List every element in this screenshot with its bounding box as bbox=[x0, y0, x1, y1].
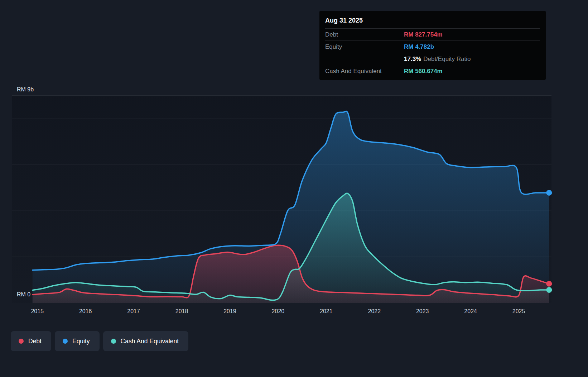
tooltip-ratio-row: 17.3%Debt/Equity Ratio bbox=[325, 53, 540, 65]
legend-item-cash[interactable]: Cash And Equivalent bbox=[103, 331, 188, 351]
tooltip-equity-label: Equity bbox=[325, 43, 404, 51]
tooltip-card: Aug 31 2025 Debt RM 827.754m Equity RM 4… bbox=[319, 11, 546, 80]
legend-label-cash: Cash And Equivalent bbox=[121, 338, 179, 345]
tooltip-cash-label: Cash And Equivalent bbox=[325, 68, 404, 75]
x-axis-label-2018: 2018 bbox=[175, 308, 188, 315]
x-axis-label-2023: 2023 bbox=[416, 308, 429, 315]
equity-legend-dot-icon bbox=[63, 339, 68, 344]
debt-legend-dot-icon bbox=[19, 339, 24, 344]
tooltip-equity-row: Equity RM 4.782b bbox=[325, 40, 540, 53]
legend-label-debt: Debt bbox=[28, 338, 42, 345]
legend-item-debt[interactable]: Debt bbox=[11, 331, 51, 351]
x-axis-label-2019: 2019 bbox=[223, 308, 236, 315]
tooltip-ratio-label: Debt/Equity Ratio bbox=[423, 56, 471, 62]
x-axis: 2015201620172018201920202021202220232024… bbox=[0, 308, 588, 317]
x-axis-label-2025: 2025 bbox=[512, 308, 525, 315]
tooltip-debt-label: Debt bbox=[325, 31, 404, 38]
legend-item-equity[interactable]: Equity bbox=[55, 331, 100, 351]
chart-legend: DebtEquityCash And Equivalent bbox=[11, 331, 188, 351]
x-axis-label-2016: 2016 bbox=[79, 308, 92, 315]
x-axis-label-2017: 2017 bbox=[127, 308, 140, 315]
x-axis-label-2020: 2020 bbox=[272, 308, 285, 315]
y-axis-zero-label: RM 0 bbox=[17, 291, 30, 298]
tooltip-ratio: 17.3%Debt/Equity Ratio bbox=[404, 56, 471, 63]
tooltip-debt-row: Debt RM 827.754m bbox=[325, 28, 540, 40]
tooltip-cash-value: RM 560.674m bbox=[404, 68, 443, 75]
equity-end-dot bbox=[546, 190, 552, 196]
plot-area[interactable] bbox=[12, 96, 551, 303]
tooltip-ratio-value: 17.3% bbox=[404, 56, 421, 62]
tooltip-equity-value: RM 4.782b bbox=[404, 43, 434, 51]
chart-svg bbox=[12, 96, 551, 303]
tooltip-cash-row: Cash And Equivalent RM 560.674m bbox=[325, 65, 540, 77]
tooltip-debt-value: RM 827.754m bbox=[404, 31, 443, 38]
x-axis-label-2021: 2021 bbox=[320, 308, 333, 315]
cash-legend-dot-icon bbox=[111, 339, 116, 344]
x-axis-label-2024: 2024 bbox=[464, 308, 477, 315]
tooltip-date: Aug 31 2025 bbox=[325, 15, 540, 28]
x-axis-label-2015: 2015 bbox=[31, 308, 44, 315]
debt-end-dot bbox=[546, 281, 552, 287]
y-axis-max-label: RM 9b bbox=[17, 86, 34, 93]
cash-end-dot bbox=[546, 287, 552, 293]
x-axis-label-2022: 2022 bbox=[368, 308, 381, 315]
legend-label-equity: Equity bbox=[72, 338, 90, 345]
